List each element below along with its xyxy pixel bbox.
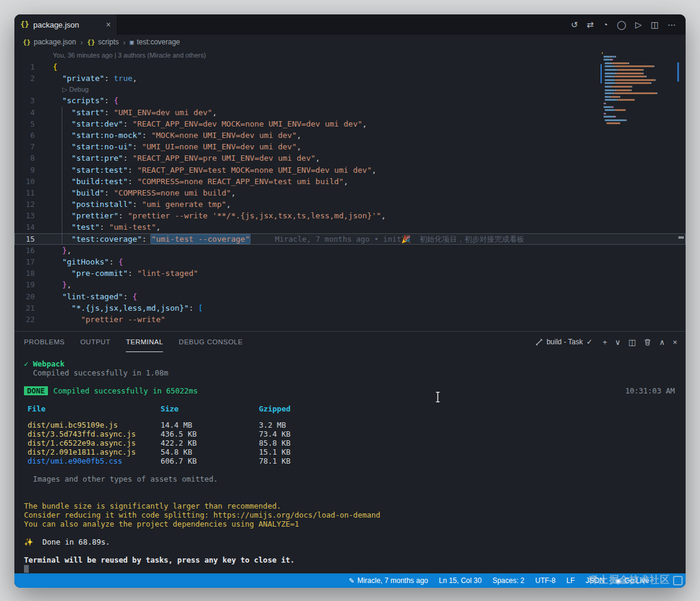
line-number: 13 <box>14 210 53 221</box>
code-line[interactable]: 16 }, <box>14 245 686 256</box>
minimap-token <box>605 99 617 101</box>
code-line[interactable]: 13 "prettier": "prettier --write '**/*.{… <box>14 210 686 221</box>
tab-bar: {} package.json × ↺⇄◔◯▷◫⋯ <box>14 14 686 35</box>
code-text: "start:no-mock": "MOCK=none UMI_ENV=dev … <box>53 130 301 141</box>
code-text: "start:test": "REACT_APP_ENV=test MOCK=n… <box>53 164 376 176</box>
open-changes-icon[interactable]: ⇄ <box>587 20 594 29</box>
code-line[interactable]: 14 "test": "umi-test", <box>14 221 686 233</box>
run-script-icon[interactable]: ▷ <box>635 20 642 29</box>
status-eol[interactable]: LF <box>561 573 580 588</box>
minimap-token <box>654 79 656 81</box>
terminal-output[interactable]: ✓ Webpack Compiled successfully in 1.08m… <box>14 352 686 573</box>
minimap-token <box>611 96 619 98</box>
asset-size: 436.5 KB <box>161 429 259 438</box>
terminal-line: Compiled successfully in 1.08m <box>24 368 675 377</box>
tab-close-icon[interactable]: × <box>106 20 111 29</box>
tab-package-json[interactable]: {} package.json × <box>14 14 117 35</box>
overview-ruler[interactable] <box>677 49 686 331</box>
code-line[interactable]: 19 }, <box>14 279 686 290</box>
asset-size: 54.8 KB <box>161 447 259 456</box>
asset-table-row: dist/umi.bc95109e.js14.4 MB3.2 MB <box>24 420 675 429</box>
status-cursor-position[interactable]: Ln 15, Col 30 <box>433 573 487 588</box>
minimap-token <box>612 106 614 108</box>
code-line[interactable]: 4 "start": "UMI_ENV=dev umi dev", <box>14 107 686 118</box>
more-actions-icon[interactable]: ⋯ <box>668 20 676 29</box>
status-encoding[interactable]: UTF-8 <box>530 573 561 588</box>
kill-terminal-icon[interactable] <box>644 338 651 346</box>
editor[interactable]: You, 36 minutes ago | 3 authors (Miracle… <box>14 49 686 331</box>
line-number: 12 <box>14 199 53 210</box>
status-indentation[interactable]: Spaces: 2 <box>487 573 530 588</box>
terminal-blank-line <box>24 395 675 404</box>
new-terminal-icon[interactable]: + <box>602 338 607 347</box>
timeline-icon[interactable]: ↺ <box>571 20 578 29</box>
heatmap-annotations-icon[interactable]: ◔ <box>603 20 608 29</box>
code-text: "prettier --write" <box>53 314 165 325</box>
asset-file-name: dist/2.091e1811.async.js <box>28 447 161 456</box>
blame-annotations-icon[interactable]: ◯ <box>617 20 626 29</box>
minimap-token <box>605 92 612 94</box>
asset-gzip-size: 73.4 KB <box>259 429 291 438</box>
breadcrumb-item[interactable]: {}package.json <box>23 38 76 46</box>
minimap[interactable] <box>602 52 677 126</box>
minimap-token <box>605 109 614 111</box>
code-line[interactable]: 17 "gitHooks": { <box>14 256 686 268</box>
code-line[interactable]: 3 "scripts": { <box>14 95 686 106</box>
minimap-token <box>653 65 654 67</box>
panel-tab-terminal[interactable]: TERMINAL <box>126 332 163 352</box>
terminal-line: You can also analyze the project depende… <box>24 519 675 528</box>
minimap-modified-marker <box>601 64 602 83</box>
code-line[interactable]: 7 "start:no-ui": "UMI_UI=none UMI_ENV=de… <box>14 141 686 152</box>
line-number: 5 <box>14 118 53 130</box>
status-git-blame[interactable]: ✎Miracle, 7 months ago <box>343 573 433 588</box>
code-line[interactable]: 11 "build": "COMPRESS=none umi build", <box>14 187 686 199</box>
minimap-token <box>604 116 614 118</box>
minimap-indent <box>602 122 607 124</box>
task-indicator[interactable]: build - Task ✓ <box>535 338 593 346</box>
terminal-dropdown-icon[interactable]: ∨ <box>615 338 621 347</box>
code-line[interactable]: 10 "build:test": "COMPRESS=none REACT_AP… <box>14 176 686 187</box>
code-line[interactable]: 8 "start:pre": "REACT_APP_ENV=pre UMI_EN… <box>14 152 686 164</box>
terminal-done-line: DONECompiled successfully in 65022ms10:3… <box>24 386 675 395</box>
asset-size: 606.7 KB <box>161 456 259 465</box>
terminal-line: Images and other types of assets omitted… <box>24 474 675 483</box>
code-line[interactable]: 18 "pre-commit": "lint-staged" <box>14 268 686 279</box>
minimap-token <box>615 79 654 81</box>
minimap-token <box>642 69 644 71</box>
line-number: 21 <box>14 302 53 314</box>
maximize-panel-icon[interactable]: ∧ <box>659 338 665 347</box>
code-line[interactable]: 9 "start:test": "REACT_APP_ENV=test MOCK… <box>14 164 686 176</box>
minimap-line <box>602 122 677 124</box>
minimap-token <box>656 92 657 94</box>
code-line[interactable]: 22 "prettier --write" <box>14 314 686 325</box>
minimap-token <box>605 69 617 71</box>
code-line[interactable]: 21 "*.{js,jsx,less,md,json}": [ <box>14 302 686 314</box>
close-panel-icon[interactable]: × <box>672 338 677 347</box>
minimap-token <box>612 59 613 61</box>
code-line[interactable]: 6 "start:no-mock": "MOCK=none UMI_ENV=de… <box>14 130 686 141</box>
split-editor-icon[interactable]: ◫ <box>651 20 659 29</box>
asset-gzip-size: 3.2 MB <box>259 420 286 429</box>
panel-tab-problems[interactable]: PROBLEMS <box>24 332 65 352</box>
asset-file-name: dist/umi.bc95109e.js <box>28 420 161 429</box>
codelens-debug[interactable]: ▷ Debug <box>14 84 686 95</box>
code-line[interactable]: 12 "postinstall": "umi generate tmp", <box>14 199 686 210</box>
minimap-token <box>605 119 624 121</box>
code-line[interactable]: 2 "private": true, <box>14 73 686 84</box>
minimap-token <box>605 96 610 98</box>
code-line[interactable]: 1{ <box>14 61 686 73</box>
code-text: "private": true, <box>53 73 137 84</box>
minimap-line <box>602 99 677 101</box>
panel-tab-output[interactable]: OUTPUT <box>80 332 110 352</box>
code-line[interactable]: 5 "start:dev": "REACT_APP_ENV=dev MOCK=n… <box>14 118 686 130</box>
inline-blame: Miracle, 7 months ago • init🎉 初始化项目，初步对接… <box>275 233 524 245</box>
minimap-token <box>615 56 616 58</box>
panel-tab-debug-console[interactable]: DEBUG CONSOLE <box>179 332 243 352</box>
code-line[interactable]: 20 "lint-staged": { <box>14 291 686 302</box>
split-terminal-icon[interactable]: ◫ <box>629 338 636 347</box>
minimap-token <box>628 62 629 64</box>
minimap-token <box>615 109 626 111</box>
breadcrumb-item[interactable]: {}scripts <box>87 38 119 46</box>
code-line[interactable]: 15 "test:coverage": "umi-test --coverage… <box>14 233 686 245</box>
breadcrumb-item[interactable]: ▣test:coverage <box>130 38 180 46</box>
